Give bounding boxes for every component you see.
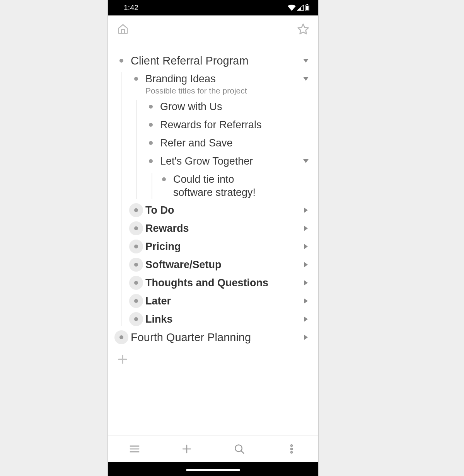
svg-point-26	[291, 451, 292, 453]
chevron-down-icon	[303, 158, 309, 164]
phone-frame: 1:42 Client Referral Program	[107, 0, 319, 476]
collapse-toggle[interactable]	[300, 54, 312, 67]
menu-icon	[129, 443, 140, 455]
bullet-icon[interactable]	[157, 172, 171, 186]
status-time: 1:42	[124, 3, 138, 12]
item-label[interactable]: Rewards for Referrals	[160, 118, 312, 131]
expand-toggle[interactable]	[300, 258, 312, 271]
outline-item[interactable]: Software/Setup	[129, 258, 312, 272]
collapse-toggle[interactable]	[300, 155, 312, 168]
outline-content[interactable]: Client Referral Program Branding Ideas P…	[108, 42, 318, 435]
outline-item[interactable]: Links	[129, 313, 312, 326]
svg-point-25	[291, 448, 292, 450]
svg-marker-9	[304, 244, 308, 249]
outline-item[interactable]: Rewards for Referrals	[144, 118, 312, 132]
system-nav-bar	[108, 462, 318, 476]
outline-item[interactable]: Client Referral Program	[114, 54, 312, 68]
svg-rect-2	[306, 6, 309, 10]
item-label[interactable]: Later	[145, 294, 300, 308]
status-bar: 1:42	[108, 0, 318, 15]
svg-marker-10	[304, 262, 308, 267]
add-item-button[interactable]	[114, 349, 312, 365]
bullet-icon[interactable]	[129, 221, 143, 235]
svg-marker-11	[304, 280, 308, 286]
bullet-icon[interactable]	[129, 276, 143, 290]
item-label[interactable]: Client Referral Program	[131, 54, 300, 67]
item-label[interactable]: Let's Grow Together	[160, 155, 300, 168]
item-label[interactable]: Pricing	[145, 240, 300, 253]
chevron-right-icon	[303, 207, 309, 213]
outline-item[interactable]: Later	[129, 294, 312, 308]
chevron-right-icon	[303, 243, 309, 250]
expand-toggle[interactable]	[300, 294, 312, 308]
plus-icon	[117, 354, 128, 365]
chevron-right-icon	[303, 280, 309, 286]
item-label[interactable]: Fourth Quarter Planning	[131, 331, 300, 344]
item-label[interactable]: Links	[145, 313, 300, 326]
expand-toggle[interactable]	[300, 331, 312, 344]
home-button[interactable]	[114, 20, 131, 37]
bullet-icon[interactable]	[144, 118, 158, 132]
outline-item[interactable]: Let's Grow Together	[144, 155, 312, 168]
expand-toggle[interactable]	[300, 276, 312, 289]
search-button[interactable]	[213, 435, 266, 462]
more-vertical-icon	[286, 443, 297, 455]
item-label[interactable]: Refer and Save	[160, 136, 312, 150]
bullet-icon[interactable]	[129, 258, 143, 272]
search-icon	[234, 443, 245, 455]
expand-toggle[interactable]	[300, 240, 312, 253]
outline-item[interactable]: To Do	[129, 204, 312, 217]
bullet-icon[interactable]	[144, 154, 158, 168]
outline-item[interactable]: Could tie into software strategy!	[157, 173, 312, 199]
status-icons	[288, 4, 309, 11]
svg-marker-6	[303, 159, 309, 163]
app-top-bar	[108, 15, 318, 42]
item-label[interactable]: Rewards	[145, 222, 300, 235]
outline-item[interactable]: Refer and Save	[144, 136, 312, 150]
outline-item[interactable]: Branding Ideas Possible titles for the p…	[129, 72, 312, 95]
svg-marker-8	[304, 226, 308, 231]
bullet-icon[interactable]	[129, 312, 143, 326]
bullet-icon[interactable]	[129, 203, 143, 217]
item-label[interactable]: Software/Setup	[145, 258, 300, 271]
bullet-icon[interactable]	[129, 240, 143, 253]
item-note[interactable]: Possible titles for the project	[145, 86, 300, 95]
outline-item[interactable]: Thoughts and Questions	[129, 276, 312, 290]
outline-item[interactable]: Rewards	[129, 222, 312, 235]
chevron-right-icon	[303, 225, 309, 231]
item-label[interactable]: Grow with Us	[160, 100, 312, 113]
more-button[interactable]	[266, 435, 318, 462]
svg-marker-5	[303, 77, 309, 81]
nav-handle[interactable]	[186, 469, 240, 471]
svg-marker-13	[304, 316, 308, 322]
outline-item[interactable]: Grow with Us	[144, 100, 312, 114]
add-button[interactable]	[161, 435, 213, 462]
outline-item[interactable]: Pricing	[129, 240, 312, 253]
item-label[interactable]: To Do	[145, 204, 300, 217]
outline-item[interactable]: Fourth Quarter Planning	[114, 331, 312, 344]
collapse-toggle[interactable]	[300, 72, 312, 85]
item-label[interactable]: Thoughts and Questions	[145, 276, 300, 289]
menu-button[interactable]	[108, 435, 161, 462]
wifi-icon	[288, 5, 296, 11]
bullet-icon[interactable]	[144, 136, 158, 150]
bullet-icon[interactable]	[144, 100, 158, 114]
svg-point-24	[291, 445, 292, 446]
item-label[interactable]: Branding Ideas	[145, 72, 300, 85]
star-button[interactable]	[295, 20, 312, 37]
svg-marker-3	[298, 24, 309, 34]
chevron-down-icon	[303, 58, 309, 63]
item-label[interactable]: Could tie into software strategy!	[173, 173, 266, 199]
bullet-icon[interactable]	[129, 72, 143, 86]
chevron-down-icon	[303, 76, 309, 82]
signal-icon	[297, 5, 304, 11]
home-icon	[117, 23, 129, 35]
svg-marker-14	[304, 335, 308, 340]
bullet-icon[interactable]	[114, 54, 128, 68]
expand-toggle[interactable]	[300, 222, 312, 235]
bullet-icon[interactable]	[129, 294, 143, 308]
bullet-icon[interactable]	[114, 330, 128, 344]
expand-toggle[interactable]	[300, 313, 312, 326]
expand-toggle[interactable]	[300, 204, 312, 217]
svg-marker-7	[304, 207, 308, 213]
